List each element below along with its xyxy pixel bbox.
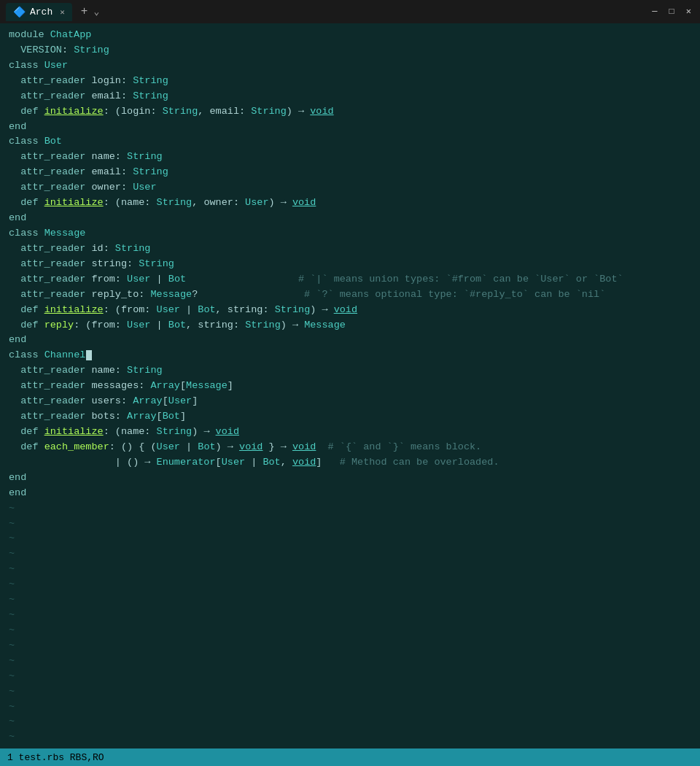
new-tab-button[interactable]: + xyxy=(81,5,88,18)
line-6: attr_reader email: String xyxy=(9,89,691,104)
line-9: end xyxy=(9,120,691,135)
title-bar: 🔷 Arch ✕ + ⌄ — □ ✕ xyxy=(0,0,700,23)
status-bar: 1 test.rbs RBS,RO xyxy=(0,748,700,766)
line-28: end xyxy=(9,333,691,348)
line-34: attr_reader bots: Array[Bot] xyxy=(9,409,691,425)
line-4: class User xyxy=(9,58,691,74)
line-27: def reply: (from: User | Bot, string: St… xyxy=(9,318,691,333)
status-text: 1 test.rbs RBS,RO xyxy=(7,752,104,763)
line-49: ~ xyxy=(9,608,691,623)
line-36: def initialize: (name: String) → void xyxy=(9,425,691,440)
line-33: attr_reader users: Array[User] xyxy=(9,394,691,409)
line-22: attr_reader from: User | Bot # `|` means… xyxy=(9,272,691,287)
line-45: ~ xyxy=(9,546,691,562)
line-39: | () → Enumerator[User | Bot, void] # Me… xyxy=(9,455,691,471)
line-38: def each_member: () { (User | Bot) → voi… xyxy=(9,440,691,455)
line-1: module ChatApp xyxy=(9,28,691,43)
line-2: VERSION: String xyxy=(9,43,691,58)
line-25: def initialize: (from: User | Bot, strin… xyxy=(9,303,691,318)
maximize-button[interactable]: □ xyxy=(669,7,674,16)
line-53: ~ xyxy=(9,669,691,684)
line-55: ~ xyxy=(9,700,691,715)
line-41: end xyxy=(9,486,691,501)
line-12: attr_reader name: String xyxy=(9,150,691,165)
line-32: attr_reader messages: Array[Message] xyxy=(9,379,691,394)
line-56: ~ xyxy=(9,714,691,730)
line-40: end xyxy=(9,471,691,486)
close-button[interactable]: ✕ xyxy=(686,7,691,16)
line-17: end xyxy=(9,211,691,226)
code-editor[interactable]: module ChatApp VERSION: String class Use… xyxy=(0,23,700,748)
tab-arch[interactable]: 🔷 Arch ✕ xyxy=(6,3,72,21)
tab-close-button[interactable]: ✕ xyxy=(60,7,65,17)
window-controls: — □ ✕ xyxy=(652,7,691,16)
line-11: class Bot xyxy=(9,134,691,150)
minimize-button[interactable]: — xyxy=(652,7,657,16)
line-8: def initialize: (login: String, email: S… xyxy=(9,104,691,120)
line-5: attr_reader login: String xyxy=(9,74,691,89)
tab-label: Arch xyxy=(30,7,52,18)
line-42: ~ xyxy=(9,501,691,517)
tab-dropdown-button[interactable]: ⌄ xyxy=(93,6,99,18)
line-14: attr_reader owner: User xyxy=(9,180,691,196)
line-47: ~ xyxy=(9,577,691,592)
line-51: ~ xyxy=(9,638,691,654)
line-21: attr_reader string: String xyxy=(9,257,691,272)
line-16: def initialize: (name: String, owner: Us… xyxy=(9,196,691,211)
line-50: ~ xyxy=(9,623,691,638)
line-57: ~ xyxy=(9,730,691,745)
line-23: attr_reader reply_to: Message? # `?` mea… xyxy=(9,287,691,303)
line-30: class Channel xyxy=(9,348,691,363)
line-54: ~ xyxy=(9,684,691,700)
line-46: ~ xyxy=(9,562,691,577)
line-52: ~ xyxy=(9,654,691,669)
line-13: attr_reader email: String xyxy=(9,165,691,180)
line-44: ~ xyxy=(9,531,691,546)
line-20: attr_reader id: String xyxy=(9,241,691,257)
line-19: class Message xyxy=(9,226,691,241)
line-43: ~ xyxy=(9,517,691,532)
arch-icon: 🔷 xyxy=(13,6,26,18)
line-48: ~ xyxy=(9,592,691,608)
line-31: attr_reader name: String xyxy=(9,363,691,379)
